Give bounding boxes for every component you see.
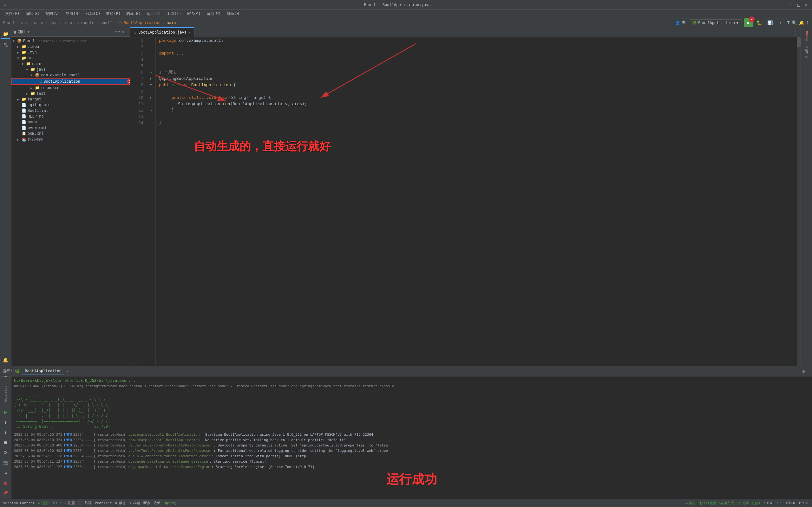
tree-mvn[interactable]: ▶ 📁 .mvn: [11, 49, 130, 55]
settings-icon[interactable]: ⚙: [122, 30, 124, 34]
tree-java[interactable]: ▼ 📁 java: [11, 66, 130, 72]
menu-build[interactable]: 构建(B): [124, 10, 143, 17]
scroll-up-btn[interactable]: ↑: [1, 418, 10, 427]
tree-pom[interactable]: 📋 pom.xml: [11, 130, 130, 136]
code-content[interactable]: package com.example.boot1; import ...; 1…: [156, 38, 801, 366]
spring-btn[interactable]: Spring: [164, 501, 176, 505]
run-minimize-icon[interactable]: —: [807, 369, 809, 374]
stop-btn[interactable]: ■: [1, 438, 10, 447]
tree-mvnwcmd[interactable]: 📄 mvnw.cmd: [11, 125, 130, 130]
tree-mvnw[interactable]: 📄 mvnw: [11, 119, 130, 125]
actuator-tab[interactable]: Actuator: [3, 383, 8, 404]
build-btn[interactable]: ⚒ 构建: [129, 501, 140, 505]
run-button[interactable]: ▶ 2: [744, 18, 753, 27]
version-control-btn[interactable]: Version Control: [3, 501, 35, 505]
lf[interactable]: LF: [777, 501, 781, 505]
profile-button[interactable]: ⚡: [776, 18, 785, 27]
gradle-button[interactable]: Gradle: [802, 44, 811, 60]
coverage-button[interactable]: 📊: [765, 18, 774, 27]
log-class-2[interactable]: com.example.boot1.Boot1Application: [128, 437, 200, 443]
tree-resources[interactable]: ▶ 📁 resources: [11, 85, 130, 91]
log-class-1[interactable]: com.example.boot1.Boot1Application: [128, 432, 200, 437]
menu-window[interactable]: 窗口(W): [204, 10, 223, 17]
scroll-down-btn[interactable]: ↓: [1, 428, 10, 437]
notifications-icon[interactable]: 🔔: [1, 355, 10, 364]
tree-main[interactable]: ▼ 📁 main: [11, 61, 130, 66]
editor-tab-boot1app[interactable]: ☕ Boot1Application.java ✕: [131, 27, 194, 37]
deps-btn[interactable]: 依赖: [154, 501, 160, 505]
translate-icon[interactable]: T: [787, 20, 790, 25]
minimize-button[interactable]: ─: [789, 2, 794, 7]
dropdown-chevron[interactable]: ▼: [28, 30, 30, 34]
maven-button[interactable]: Maven: [802, 29, 811, 43]
run-tab-close[interactable]: ✕: [67, 370, 68, 373]
project-view-icon[interactable]: 📁: [1, 30, 10, 39]
breadcrumb-boot1pkg[interactable]: boot1: [101, 20, 112, 25]
services-btn[interactable]: ⚙ 服务: [115, 501, 126, 505]
close-button[interactable]: ✕: [804, 2, 809, 7]
scroll-thumb[interactable]: [797, 38, 801, 47]
run-status-btn[interactable]: ▶ 运行: [38, 501, 49, 505]
tree-help[interactable]: 📄 HELP.md: [11, 113, 130, 119]
menu-view[interactable]: 视图(V): [43, 10, 62, 17]
run-config-selector[interactable]: 🌿 Boot1Application ▼: [689, 19, 742, 26]
tab-close-icon[interactable]: ✕: [189, 31, 190, 34]
terminal-btn[interactable]: ⬛ 终端: [78, 501, 92, 505]
breadcrumb-example[interactable]: example: [78, 20, 94, 25]
problems-btn[interactable]: ⚠ 问题: [64, 501, 75, 505]
notification-icon[interactable]: 🔔: [799, 20, 804, 25]
tree-root[interactable]: ▼ 📦 Boot1 C:\Users\kk\Desktop\Boot1: [11, 38, 130, 44]
hide-icon[interactable]: —: [125, 30, 128, 34]
tree-external-libs[interactable]: ▶ 📚 外部依赖: [11, 136, 130, 143]
tree-src[interactable]: ▼ 📁 src: [11, 55, 130, 61]
breadcrumb-java[interactable]: java: [49, 20, 59, 25]
menu-edit[interactable]: 编辑(E): [23, 10, 43, 17]
menu-refactor[interactable]: 重构(R): [103, 10, 123, 17]
usage-fold[interactable]: ◇: [150, 71, 152, 74]
rerun-btn[interactable]: ⟳: [1, 448, 10, 457]
sync-icon[interactable]: ⟳: [113, 30, 117, 34]
title-bar-controls[interactable]: ─ □ ✕: [789, 2, 809, 7]
fold-8[interactable]: ▼: [150, 83, 152, 87]
tree-test[interactable]: ▶ 📁 test: [11, 91, 130, 96]
log-class-5[interactable]: o.s.b.w.embedded.tomcat.TomcatWebServer: [128, 453, 210, 459]
tree-target[interactable]: ▶ 📁 target: [11, 96, 130, 102]
scrollbar[interactable]: [797, 38, 801, 366]
line-col[interactable]: 10:61: [763, 501, 774, 505]
play-console-btn[interactable]: ▶: [1, 407, 10, 416]
log-class-4[interactable]: .e.DevToolsPropertyDefaultsPostProcessor: [128, 448, 212, 453]
menu-vcs[interactable]: VCS(S): [184, 11, 203, 17]
structure-view-icon[interactable]: 🏗: [1, 41, 10, 49]
run-gutter-7[interactable]: ▶: [150, 77, 152, 81]
console-settings-btn[interactable]: 📌: [1, 489, 10, 498]
find-icon[interactable]: 🔍: [792, 20, 797, 25]
tree-gitignore[interactable]: 📄 .gitignore: [11, 102, 130, 108]
checkpoint-btn[interactable]: 断点: [143, 501, 150, 505]
help-icon[interactable]: ?: [806, 20, 809, 25]
log-class-7[interactable]: org.apache.catalina.core.StandardEngine: [128, 464, 210, 469]
menu-run[interactable]: 运行(U): [144, 10, 164, 17]
log-class-6[interactable]: o.apache.catalina.core.StandardService: [128, 459, 208, 464]
maximize-button[interactable]: □: [796, 2, 801, 7]
tree-boot1application[interactable]: ☕ Boot1Application 1: [11, 78, 130, 85]
breadcrumb-main[interactable]: main: [34, 20, 43, 25]
encoding[interactable]: UTF-8: [785, 501, 795, 505]
menu-help[interactable]: 帮助(H): [224, 10, 244, 17]
menu-tools[interactable]: 工具(T): [164, 10, 184, 17]
collapse-icon[interactable]: ≡: [118, 30, 120, 34]
run-gutter-10[interactable]: ▶: [150, 96, 152, 100]
console-tab[interactable]: 控制台: [3, 378, 8, 382]
breadcrumb-boot1[interactable]: Boot1: [3, 20, 14, 25]
breadcrumb-class[interactable]: ⬡ Boot1Application: [118, 20, 160, 25]
tree-iml[interactable]: 📄 Boot1.iml: [11, 108, 130, 113]
profiler-btn[interactable]: Profiler: [95, 501, 112, 505]
log-class-3[interactable]: .e.DevToolsPropertyDefaultsPostProcessor: [128, 443, 212, 448]
todo-btn[interactable]: TODO: [52, 501, 61, 505]
debug-button[interactable]: 🐛: [755, 18, 763, 27]
user-icon[interactable]: 👤: [675, 20, 680, 25]
breadcrumb-src[interactable]: src: [21, 20, 28, 25]
run-app-name[interactable]: Boot1Application: [22, 368, 64, 375]
tab-more-icon[interactable]: ⋮: [791, 29, 801, 37]
breadcrumb-method[interactable]: main: [166, 20, 176, 25]
menu-file[interactable]: 文件(F): [3, 10, 22, 17]
